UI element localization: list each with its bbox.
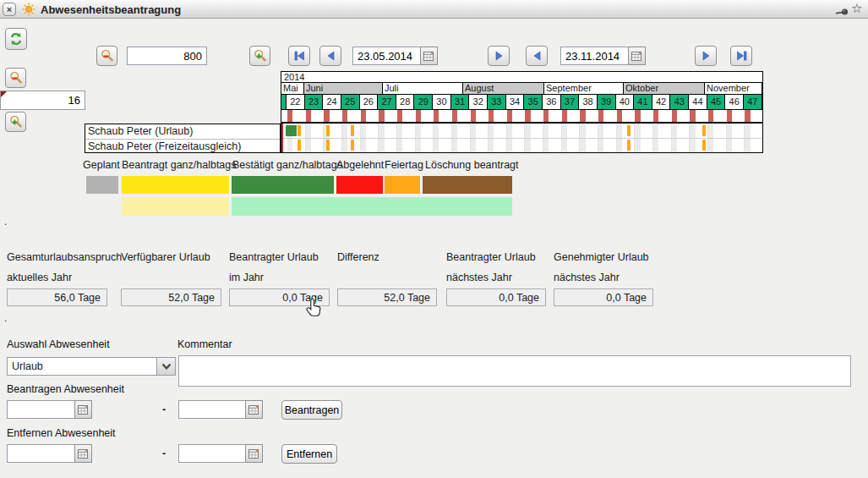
- weekend-stripe: [543, 110, 549, 122]
- summary-label: Beantragter Urlaub: [229, 251, 319, 263]
- absence-type-value: Urlaub: [12, 358, 43, 375]
- zoom-value-field[interactable]: [127, 47, 207, 65]
- legend-label: Abgelehnt: [336, 159, 384, 171]
- weekend-stripe: [287, 110, 292, 122]
- weekend-stripe: [379, 110, 384, 122]
- spacer-dot: .: [4, 312, 7, 324]
- chevron-down-icon[interactable]: [156, 358, 175, 375]
- summary-label: aktuelles Jahr: [7, 272, 72, 283]
- window-title: Abwesenheitsbeantragung: [41, 3, 181, 16]
- remove-absence-label: Entfernen Abwesenheit: [7, 427, 116, 439]
- goto-end-button[interactable]: [730, 46, 752, 66]
- start-date-marker: [281, 124, 283, 152]
- weekend-stripe: [727, 110, 732, 122]
- legend-swatch: [122, 197, 229, 216]
- legend-swatch: [232, 197, 512, 216]
- week-cell: 22: [287, 95, 305, 109]
- star-icon[interactable]: ☆: [851, 1, 862, 16]
- start-date-picker-button[interactable]: [420, 47, 438, 65]
- legend-swatch: [86, 176, 118, 194]
- weekend-stripe: [471, 110, 476, 122]
- week-cell: 45: [707, 95, 726, 109]
- weekend-stripe: [452, 110, 457, 122]
- summary-value-field: 0,0 Tage: [446, 288, 546, 306]
- absence-request-window: × Abwesenheitsbeantragung ☆: [0, 0, 868, 478]
- summary: Gesamturlaubsanspruchaktuelles Jahr56,0 …: [0, 251, 868, 310]
- remove-button[interactable]: Entfernen: [281, 444, 337, 464]
- remove-to-date-picker-button[interactable]: [245, 444, 263, 463]
- comment-input[interactable]: [178, 355, 851, 387]
- summary-value-field: 52,0 Tage: [121, 288, 221, 306]
- refresh-button[interactable]: [5, 28, 27, 50]
- row-height-field-wrap: [0, 91, 85, 110]
- row-label-box[interactable]: Schaub Peter (Urlaub)Schaub Peter (Freiz…: [85, 124, 281, 153]
- prev-start-button[interactable]: [319, 46, 341, 66]
- end-date-picker-button[interactable]: [628, 47, 646, 65]
- zoom-out-button[interactable]: [96, 46, 117, 66]
- pin-icon[interactable]: [835, 5, 849, 20]
- calendar-icon: [631, 51, 642, 62]
- row-zoom-out-button[interactable]: [5, 68, 26, 88]
- request-button[interactable]: Beantragen: [281, 400, 342, 420]
- remove-to-date-field[interactable]: [178, 444, 246, 463]
- start-date-field[interactable]: [352, 47, 421, 65]
- weekend-stripe: [672, 110, 677, 122]
- weekend-stripe: [708, 110, 713, 122]
- timeline-rows[interactable]: [281, 124, 762, 152]
- close-icon: ×: [7, 4, 12, 14]
- week-cell: 40: [616, 95, 635, 109]
- weekend-stripe: [397, 110, 402, 122]
- summary-label: Genehmigter Urlaub: [554, 251, 649, 263]
- zoom-in-button[interactable]: [249, 46, 270, 66]
- range-separator: -: [162, 448, 166, 459]
- weekend-stripe: [489, 110, 494, 122]
- week-cell: 44: [689, 95, 707, 109]
- weekend-stripe: [416, 110, 421, 122]
- weekend-stripe: [562, 110, 567, 122]
- remove-from-date-field[interactable]: [7, 444, 75, 463]
- weekend-stripe: [507, 110, 512, 122]
- request-from-date-field[interactable]: [7, 400, 75, 419]
- week-cell: 23: [305, 95, 324, 109]
- summary-label: Verfügbarer Urlaub: [121, 251, 210, 263]
- absence-select-label: Auswahl Abwesenheit: [7, 338, 110, 350]
- summary-value-field: 56,0 Tage: [7, 288, 107, 306]
- next-start-button[interactable]: [488, 46, 510, 66]
- modified-corner-marker: [1, 91, 7, 97]
- row-zoom-in-button[interactable]: [5, 112, 26, 132]
- holiday-mark: [351, 140, 354, 151]
- absence-type-select[interactable]: Urlaub: [7, 357, 176, 376]
- row-divider: [281, 138, 762, 139]
- weekend-stripe-band: [281, 110, 762, 124]
- month-cell: September: [544, 83, 624, 94]
- prev-end-button[interactable]: [526, 46, 548, 66]
- request-from-date-picker-button[interactable]: [74, 400, 92, 419]
- weekend-stripe: [342, 110, 347, 122]
- holiday-mark: [702, 125, 706, 136]
- holiday-mark: [326, 125, 330, 136]
- month-row: MaiJuniJuliAugustSeptemberOktoberNovembe…: [281, 83, 762, 95]
- goto-start-button[interactable]: [288, 46, 310, 66]
- skip-first-icon: [293, 50, 306, 62]
- summary-label: Beantragter Urlaub: [446, 251, 536, 263]
- month-cell: Mai: [281, 83, 304, 94]
- week-cell: 31: [451, 95, 470, 109]
- timeline-row-label: Schaub Peter (Freizeitausgleich): [85, 139, 280, 153]
- remove-from-date-picker-button[interactable]: [74, 444, 92, 463]
- request-to-date-field[interactable]: [178, 400, 246, 419]
- week-cell: 30: [433, 95, 451, 109]
- legend-swatch: [385, 176, 420, 194]
- holiday-mark: [351, 125, 354, 136]
- request-to-date-picker-button[interactable]: [245, 400, 263, 419]
- summary-value-field: 0,0 Tage: [229, 288, 330, 306]
- calendar-icon: [78, 448, 89, 459]
- next-end-button[interactable]: [695, 46, 717, 66]
- close-button[interactable]: ×: [3, 3, 16, 16]
- end-date-field[interactable]: [560, 47, 629, 65]
- zoom-in-icon: [254, 49, 267, 63]
- summary-label: Gesamturlaubsanspruch: [7, 251, 122, 263]
- holiday-mark: [702, 140, 706, 151]
- summary-label: Differenz: [337, 251, 379, 263]
- refresh-icon: [8, 31, 24, 47]
- row-height-field[interactable]: [0, 91, 85, 110]
